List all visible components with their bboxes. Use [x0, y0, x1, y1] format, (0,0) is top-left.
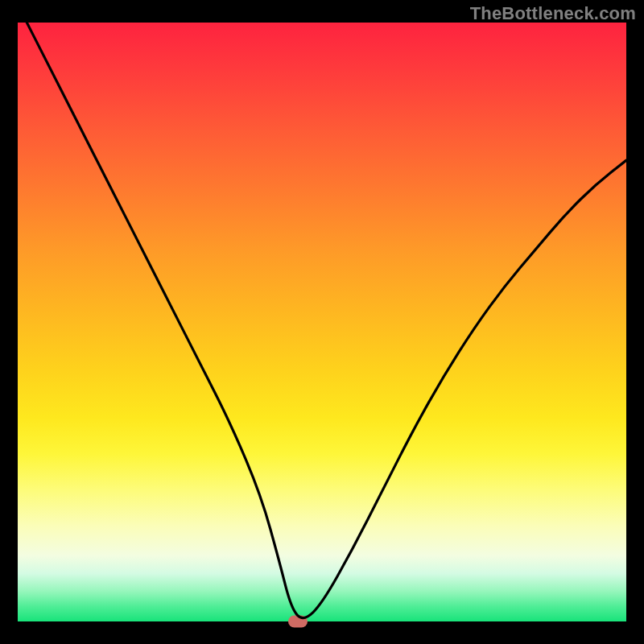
- chart-frame: TheBottleneck.com: [0, 0, 644, 644]
- bottleneck-curve: [18, 23, 626, 621]
- watermark-text: TheBottleneck.com: [470, 3, 636, 24]
- plot-area: [18, 23, 626, 621]
- curve-path: [18, 23, 626, 618]
